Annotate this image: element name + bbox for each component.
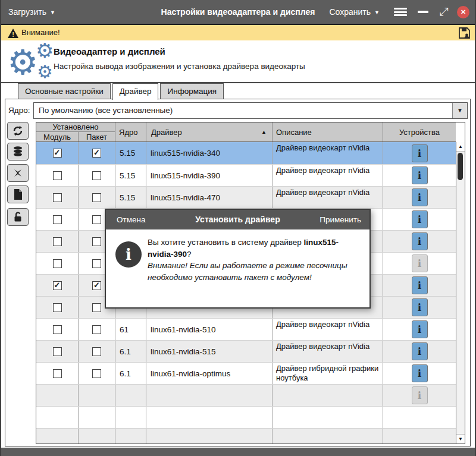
- device-info-button[interactable]: [412, 320, 428, 338]
- module-checkbox[interactable]: [53, 149, 62, 158]
- database-button[interactable]: [7, 143, 29, 161]
- refresh-icon: [12, 125, 24, 137]
- kernel-cell: [115, 407, 146, 428]
- page-subtitle: Настройка вывода изображения и установка…: [54, 62, 305, 71]
- package-checkbox[interactable]: [92, 237, 101, 246]
- package-checkbox[interactable]: [92, 347, 101, 356]
- warning-text: Внимание!: [21, 25, 60, 42]
- table-row[interactable]: [36, 384, 456, 406]
- table-row[interactable]: 61 linux61-nvidia-510 Драйвер видеокарт …: [36, 318, 456, 340]
- column-header-driver-label: Драйвер: [151, 128, 182, 137]
- device-info-button[interactable]: [412, 188, 428, 206]
- resize-icon[interactable]: ⤢: [437, 5, 451, 19]
- device-info-button[interactable]: [412, 364, 428, 382]
- file-button[interactable]: [7, 185, 29, 203]
- scrollbar-thumb[interactable]: [458, 153, 463, 180]
- module-checkbox[interactable]: [53, 303, 62, 312]
- driver-cell: [146, 429, 273, 444]
- dialog-question-prefix: Вы хотите установить в систему драйвер: [148, 238, 303, 247]
- device-info-button[interactable]: [412, 144, 428, 162]
- warning-triangle-icon: !: [7, 28, 19, 41]
- gear-icon: ⚙: [36, 40, 54, 61]
- column-header-devices[interactable]: Устройства: [383, 122, 456, 141]
- module-checkbox[interactable]: [53, 281, 62, 290]
- tab-information[interactable]: Информация: [160, 83, 224, 99]
- scroll-down-icon[interactable]: ▼: [456, 434, 465, 444]
- package-checkbox[interactable]: [92, 215, 101, 224]
- merge-button[interactable]: [7, 164, 29, 182]
- table-row[interactable]: [36, 406, 456, 428]
- module-checkbox[interactable]: [53, 215, 62, 224]
- table-row[interactable]: [36, 428, 456, 444]
- device-info-button[interactable]: [412, 386, 428, 404]
- driver-cell: linux515-nvidia-340: [146, 142, 273, 164]
- refresh-button[interactable]: [7, 122, 29, 140]
- package-checkbox[interactable]: [92, 369, 101, 378]
- window-bottom-edge: [0, 448, 476, 456]
- table-header: Установлено Модуль Пакет Ядро Драйвер Оп…: [36, 122, 456, 142]
- column-header-package[interactable]: Пакет: [79, 132, 115, 141]
- package-checkbox[interactable]: [92, 193, 101, 202]
- kernel-select[interactable]: По умолчанию (все установленные): [33, 102, 468, 119]
- column-header-module[interactable]: Модуль: [36, 132, 79, 141]
- table-row[interactable]: 6.1 linux61-nvidia-515 Драйвер видеокарт…: [36, 340, 456, 362]
- device-info-button[interactable]: [412, 254, 428, 272]
- driver-cell: [146, 385, 273, 406]
- table-row[interactable]: 5.15 linux515-nvidia-470 Драйвер видеока…: [36, 186, 456, 208]
- module-checkbox[interactable]: [53, 369, 62, 378]
- device-info-button[interactable]: [412, 232, 428, 250]
- gear-icon: ⚙: [37, 63, 53, 81]
- device-info-button[interactable]: [412, 276, 428, 294]
- combo-dropdown-icon[interactable]: [452, 103, 467, 118]
- package-checkbox[interactable]: [92, 149, 101, 158]
- dialog-question: Вы хотите установить в систему драйвер l…: [148, 237, 361, 260]
- kernel-cell: [115, 429, 146, 444]
- driver-cell: linux515-nvidia-390: [146, 165, 273, 186]
- package-checkbox[interactable]: [92, 259, 101, 268]
- unlock-icon: [12, 211, 24, 223]
- tab-driver[interactable]: Драйвер: [112, 83, 159, 100]
- module-checkbox[interactable]: [53, 347, 62, 356]
- device-info-button[interactable]: [412, 210, 428, 228]
- column-header-installed[interactable]: Установлено: [36, 122, 115, 132]
- save-menu-label: Сохранить: [330, 7, 371, 17]
- package-checkbox[interactable]: [92, 171, 101, 180]
- tab-main-settings[interactable]: Основные настройки: [18, 83, 111, 99]
- device-info-button[interactable]: [412, 298, 428, 316]
- vertical-scrollbar[interactable]: ▲ ▼: [456, 142, 465, 444]
- description-cell: Драйвер гибридной графики ноутбука: [273, 363, 383, 384]
- package-checkbox[interactable]: [92, 281, 101, 290]
- save-settings-icon[interactable]: [458, 26, 471, 42]
- kernel-select-label: Ядро:: [8, 102, 30, 119]
- module-checkbox[interactable]: [53, 171, 62, 180]
- module-checkbox[interactable]: [53, 325, 62, 334]
- module-checkbox[interactable]: [53, 193, 62, 202]
- column-header-kernel[interactable]: Ядро: [115, 122, 146, 141]
- device-info-button[interactable]: [412, 166, 428, 184]
- scroll-up-icon[interactable]: ▲: [456, 142, 465, 152]
- kernel-cell: 5.15: [115, 165, 146, 186]
- module-checkbox[interactable]: [53, 259, 62, 268]
- table-row[interactable]: 6.1 linux61-nvidia-optimus Драйвер гибри…: [36, 362, 456, 384]
- module-checkbox[interactable]: [53, 237, 62, 246]
- install-driver-dialog: Отмена Установить драйвер Применить Вы х…: [105, 209, 371, 309]
- device-info-button[interactable]: [412, 342, 428, 360]
- hamburger-menu-icon[interactable]: [394, 8, 407, 16]
- table-row[interactable]: 5.15 linux515-nvidia-340 Драйвер видеока…: [36, 142, 456, 164]
- kernel-cell: [115, 385, 146, 406]
- unlock-button[interactable]: [7, 208, 29, 226]
- dialog-body: Вы хотите установить в систему драйвер l…: [106, 229, 369, 283]
- kernel-cell: 6.1: [115, 363, 146, 384]
- kernel-select-value: По умолчанию (все установленные): [39, 106, 173, 115]
- kernel-cell: 5.15: [115, 142, 146, 164]
- minimize-button[interactable]: [418, 11, 428, 13]
- package-checkbox[interactable]: [92, 303, 101, 312]
- save-menu-button[interactable]: Сохранить: [330, 0, 380, 24]
- package-checkbox[interactable]: [92, 325, 101, 334]
- kernel-cell: 6.1: [115, 341, 146, 362]
- column-header-driver[interactable]: Драйвер: [146, 122, 273, 141]
- column-header-description[interactable]: Описание: [273, 122, 383, 141]
- apply-button[interactable]: Применить: [320, 210, 361, 229]
- close-button[interactable]: ✕: [457, 6, 469, 18]
- table-row[interactable]: 5.15 linux515-nvidia-390 Драйвер видеока…: [36, 164, 456, 186]
